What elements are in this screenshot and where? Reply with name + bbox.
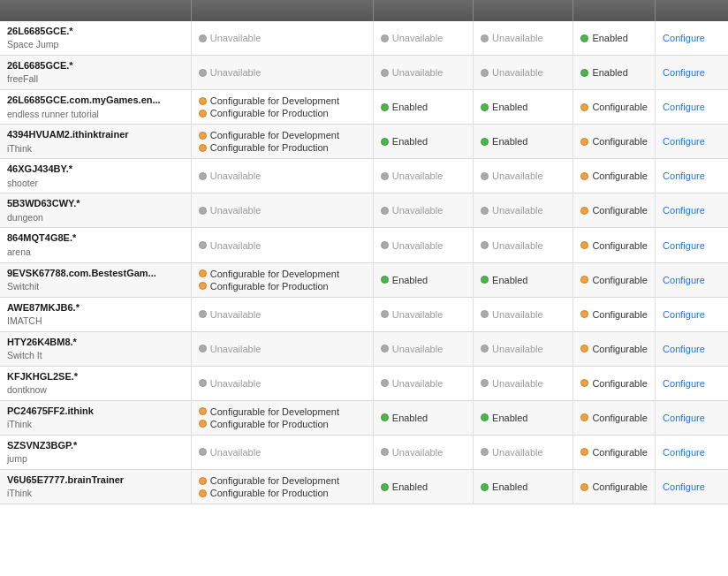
status-text: Configurable [592, 413, 647, 423]
gray-dot-icon [199, 69, 207, 77]
cell-push: Unavailable [191, 228, 373, 262]
cell-description: 5B3WD63CWY.*dungeon [0, 193, 191, 228]
col-header-iap[interactable] [373, 0, 473, 21]
orange-dot-icon [199, 132, 207, 140]
cell-icloud: Configurable [573, 297, 656, 331]
col-header-gc[interactable] [474, 0, 573, 21]
gc-status-cell: Unavailable [481, 447, 565, 458]
table-row: 26L6685GCE.*freeFallUnavailableUnavailab… [0, 56, 728, 90]
cell-action[interactable]: Configure [656, 297, 728, 331]
configure-link[interactable]: Configure [663, 171, 705, 181]
app-id: 9EVSK67788.com.BestestGam... [7, 267, 184, 280]
status-row: Enabled [381, 481, 466, 492]
status-row: Enabled [381, 136, 466, 147]
cell-action[interactable]: Configure [656, 228, 728, 262]
gray-dot-icon [199, 345, 207, 352]
push-status-cell: Unavailable [199, 33, 366, 43]
iap-status-cell: Unavailable [381, 33, 466, 43]
status-row: Unavailable [199, 344, 366, 354]
col-header-icloud[interactable] [573, 0, 656, 21]
cell-description: 864MQT4G8E.*arena [0, 228, 191, 262]
configure-link[interactable]: Configure [663, 309, 705, 320]
status-text: Unavailable [392, 67, 443, 78]
cell-action[interactable]: Configure [656, 125, 728, 159]
col-header-action [656, 0, 728, 21]
cell-action[interactable]: Configure [656, 262, 728, 297]
cell-icloud: Configurable [573, 159, 656, 193]
cell-icloud: Configurable [573, 435, 656, 469]
cell-action[interactable]: Configure [656, 366, 728, 400]
orange-dot-icon [199, 269, 207, 277]
iap-status-cell: Unavailable [381, 447, 466, 458]
app-subtitle: dontknow [7, 383, 184, 397]
cell-action[interactable]: Configure [656, 56, 728, 90]
status-row: Unavailable [199, 240, 366, 251]
orange-dot-icon [580, 138, 588, 146]
cell-action[interactable]: Configure [656, 159, 728, 193]
cell-description: PC24675FF2.ithinkiThink [0, 400, 191, 435]
gray-dot-icon [199, 207, 207, 215]
cell-action[interactable]: Configure [656, 331, 728, 366]
app-id: 26L6685GCE.* [7, 59, 184, 72]
configure-link[interactable]: Configure [663, 102, 705, 112]
push-status-cell: Unavailable [199, 171, 366, 181]
gc-status-cell: Enabled [481, 275, 565, 285]
icloud-status-cell: Configurable [580, 205, 648, 216]
configure-link[interactable]: Configure [663, 378, 705, 389]
configure-link[interactable]: Configure [663, 481, 705, 492]
app-subtitle: endless runner tutorial [7, 108, 184, 121]
cell-gc: Unavailable [474, 21, 573, 56]
cell-icloud: Configurable [573, 366, 656, 400]
status-row: Unavailable [481, 309, 565, 320]
app-subtitle: jump [7, 452, 184, 466]
status-row: Enabled [481, 136, 565, 147]
cell-push: Configurable for DevelopmentConfigurable… [191, 400, 373, 435]
gray-dot-icon [199, 241, 207, 249]
push-status-cell: Unavailable [199, 447, 366, 458]
configure-link[interactable]: Configure [663, 205, 705, 216]
col-header-description[interactable] [0, 0, 191, 21]
status-text: Unavailable [392, 309, 443, 320]
col-header-push[interactable] [191, 0, 373, 21]
gc-status-cell: Enabled [481, 481, 565, 492]
cell-gc: Unavailable [474, 331, 573, 366]
gc-status-cell: Unavailable [481, 33, 565, 43]
cell-action[interactable]: Configure [656, 435, 728, 469]
configure-link[interactable]: Configure [663, 275, 705, 285]
configure-link[interactable]: Configure [663, 447, 705, 458]
status-text: Enabled [492, 481, 527, 492]
cell-iap: Enabled [373, 400, 473, 435]
status-text: Unavailable [392, 344, 443, 354]
cell-action[interactable]: Configure [656, 400, 728, 435]
push-status-cell: Unavailable [199, 205, 366, 216]
cell-action[interactable]: Configure [656, 470, 728, 504]
cell-icloud: Configurable [573, 193, 656, 228]
configure-link[interactable]: Configure [663, 67, 705, 78]
configure-link[interactable]: Configure [663, 344, 705, 354]
status-text: Configurable [592, 171, 647, 181]
push-status-cell: Configurable for DevelopmentConfigurable… [199, 95, 366, 118]
cell-action[interactable]: Configure [656, 90, 728, 125]
cell-description: V6U65E7777.brainTraineriThink [0, 470, 191, 504]
status-text: Configurable for Production [210, 419, 329, 429]
status-row: Configurable [580, 205, 648, 216]
configure-link[interactable]: Configure [663, 240, 705, 251]
cell-action[interactable]: Configure [656, 193, 728, 228]
icloud-status-cell: Configurable [580, 378, 648, 389]
configure-link[interactable]: Configure [663, 136, 705, 147]
push-status-cell: Configurable for DevelopmentConfigurable… [199, 269, 366, 292]
configure-link[interactable]: Configure [663, 33, 705, 43]
table-row: 4394HVUAM2.ithinktraineriThinkConfigurab… [0, 125, 728, 159]
cell-push: Unavailable [191, 435, 373, 469]
orange-dot-icon [199, 97, 207, 105]
status-row: Configurable for Development [199, 406, 366, 417]
app-id: 46XGJ434BY.* [7, 163, 184, 176]
cell-iap: Unavailable [373, 435, 473, 469]
gray-dot-icon [199, 172, 207, 180]
app-subtitle: arena [7, 246, 184, 259]
cell-action[interactable]: Configure [656, 21, 728, 56]
cell-push: Configurable for DevelopmentConfigurable… [191, 470, 373, 504]
cell-push: Unavailable [191, 56, 373, 90]
iap-status-cell: Enabled [381, 102, 466, 112]
configure-link[interactable]: Configure [663, 413, 705, 423]
